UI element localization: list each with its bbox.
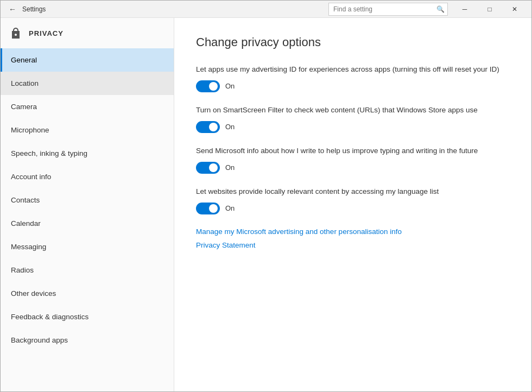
toggle-knob bbox=[209, 204, 218, 213]
option-typing-info: Send Microsoft info about how I write to… bbox=[196, 146, 510, 174]
sidebar-item-messaging[interactable]: Messaging bbox=[1, 235, 174, 258]
find-setting-input[interactable] bbox=[328, 3, 448, 16]
option-smartscreen-label: Turn on SmartScreen Filter to check web … bbox=[196, 105, 510, 116]
toggle-knob bbox=[209, 163, 218, 172]
toggle-row-smartscreen: On bbox=[196, 121, 510, 133]
toggle-label-smartscreen: On bbox=[225, 123, 235, 131]
close-button[interactable]: ✕ bbox=[502, 1, 527, 18]
toggle-label-language-list: On bbox=[225, 204, 235, 212]
sidebar-item-calendar[interactable]: Calendar bbox=[1, 212, 174, 235]
back-button[interactable]: ← bbox=[5, 2, 20, 17]
sidebar-item-feedback[interactable]: Feedback & diagnostics bbox=[1, 305, 174, 328]
sidebar-item-background-apps[interactable]: Background apps bbox=[1, 328, 174, 352]
content-area: PRIVACY General Location Camera Micropho… bbox=[1, 18, 531, 391]
toggle-language-list[interactable] bbox=[196, 203, 220, 214]
minimize-button[interactable]: ─ bbox=[452, 1, 477, 18]
option-language-list-label: Let websites provide locally relevant co… bbox=[196, 187, 510, 197]
toggle-advertising-id[interactable] bbox=[196, 80, 220, 92]
sidebar-item-other-devices[interactable]: Other devices bbox=[1, 282, 174, 305]
back-icon: ← bbox=[9, 5, 16, 14]
sidebar-item-camera[interactable]: Camera bbox=[1, 95, 174, 118]
window-title: Settings bbox=[22, 5, 328, 13]
toggle-row-language-list: On bbox=[196, 203, 510, 214]
page-title: Change privacy options bbox=[196, 35, 510, 49]
advertising-link[interactable]: Manage my Microsoft advertising and othe… bbox=[196, 227, 510, 236]
sidebar-item-contacts[interactable]: Contacts bbox=[1, 188, 174, 212]
app-window: ← Settings 🔍 ─ □ ✕ PRIVACY bbox=[0, 0, 532, 392]
sidebar-title: PRIVACY bbox=[29, 29, 64, 37]
toggle-typing-info[interactable] bbox=[196, 162, 220, 174]
sidebar: PRIVACY General Location Camera Micropho… bbox=[1, 18, 174, 391]
privacy-icon bbox=[9, 27, 22, 40]
window-controls: ─ □ ✕ bbox=[452, 1, 527, 18]
sidebar-item-microphone[interactable]: Microphone bbox=[1, 118, 174, 142]
toggle-knob bbox=[209, 82, 218, 91]
toggle-row-typing-info: On bbox=[196, 162, 510, 174]
privacy-statement-link[interactable]: Privacy Statement bbox=[196, 241, 510, 249]
sidebar-header: PRIVACY bbox=[1, 18, 174, 48]
find-setting-container: 🔍 bbox=[328, 3, 448, 16]
maximize-button[interactable]: □ bbox=[477, 1, 502, 18]
toggle-label-advertising-id: On bbox=[225, 82, 235, 90]
title-bar-controls: 🔍 bbox=[328, 3, 448, 16]
title-bar: ← Settings 🔍 ─ □ ✕ bbox=[1, 1, 531, 18]
main-content: Change privacy options Let apps use my a… bbox=[174, 18, 531, 391]
sidebar-item-radios[interactable]: Radios bbox=[1, 258, 174, 282]
sidebar-item-general[interactable]: General bbox=[1, 48, 174, 72]
toggle-knob bbox=[209, 123, 218, 131]
toggle-label-typing-info: On bbox=[225, 163, 235, 172]
sidebar-item-speech[interactable]: Speech, inking & typing bbox=[1, 142, 174, 165]
toggle-smartscreen[interactable] bbox=[196, 121, 220, 133]
toggle-row-advertising-id: On bbox=[196, 80, 510, 92]
nav-list: General Location Camera Microphone Speec… bbox=[1, 48, 174, 352]
option-advertising-id-label: Let apps use my advertising ID for exper… bbox=[196, 65, 510, 75]
option-smartscreen: Turn on SmartScreen Filter to check web … bbox=[196, 105, 510, 133]
sidebar-item-account-info[interactable]: Account info bbox=[1, 165, 174, 188]
option-language-list: Let websites provide locally relevant co… bbox=[196, 187, 510, 214]
option-advertising-id: Let apps use my advertising ID for exper… bbox=[196, 65, 510, 92]
sidebar-item-location[interactable]: Location bbox=[1, 72, 174, 95]
option-typing-info-label: Send Microsoft info about how I write to… bbox=[196, 146, 510, 156]
